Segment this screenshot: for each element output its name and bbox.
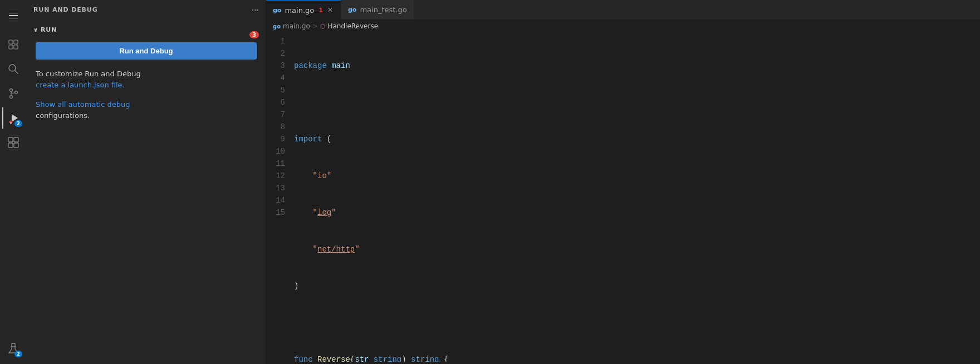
tab-main-go-badge: 1: [318, 7, 323, 14]
svg-text:⚙: ⚙: [10, 121, 13, 125]
run-section-label: RUN: [41, 26, 57, 33]
run-section-header[interactable]: ∨ RUN: [27, 24, 266, 36]
run-debug-badge: 2: [14, 120, 22, 127]
run-debug-button[interactable]: Run and Debug: [36, 42, 257, 60]
create-launch-json-link[interactable]: create a launch.json file.: [36, 81, 125, 89]
tab-close-main-go[interactable]: ✕: [326, 5, 334, 15]
code-line-7: ): [294, 280, 980, 292]
breadcrumb-file: main.go: [283, 22, 310, 30]
breadcrumb-symbol-icon: ⬡: [320, 23, 326, 30]
customize-text: To customize Run and Debug create a laun…: [27, 66, 266, 92]
svg-line-5: [15, 71, 18, 73]
go-test-file-icon: go: [348, 6, 356, 13]
tab-main-test-go-label: main_test.go: [360, 6, 406, 14]
tab-main-go-label: main.go: [285, 6, 314, 14]
svg-rect-14: [14, 137, 18, 142]
svg-point-4: [9, 65, 16, 71]
menu-icon[interactable]: [2, 4, 24, 27]
show-auto-debug-link[interactable]: Show all automatic debug: [36, 100, 130, 109]
svg-rect-2: [9, 45, 13, 49]
code-editor[interactable]: 1 2 3 4 5 6 7 8 9 10 11 12 13 14 15 pack…: [266, 33, 980, 364]
auto-debug-text: Show all automatic debug configurations.: [27, 92, 266, 123]
code-line-8: [294, 317, 980, 329]
svg-rect-3: [14, 45, 18, 49]
code-content[interactable]: package main import ( "io" "log" "net/ht…: [294, 35, 980, 362]
breadcrumb: go main.go > ⬡ HandleReverse: [266, 19, 980, 33]
test-badge: 2: [14, 351, 22, 357]
code-line-4: "io": [294, 170, 980, 182]
breadcrumb-symbol: HandleReverse: [327, 22, 378, 30]
activity-bar: ⚙ 2 2: [0, 0, 27, 364]
svg-rect-15: [8, 143, 13, 147]
search-icon[interactable]: [2, 58, 24, 80]
svg-point-8: [15, 91, 18, 94]
test-icon[interactable]: 2: [2, 337, 24, 360]
svg-point-6: [10, 89, 13, 92]
code-line-3: import (: [294, 133, 980, 145]
line-numbers: 1 2 3 4 5 6 7 8 9 10 11 12 13 14 15: [266, 35, 294, 362]
sidebar-title: RUN AND DEBUG: [33, 6, 98, 13]
run-button-wrapper: Run and Debug 3: [27, 36, 266, 66]
code-line-5: "log": [294, 206, 980, 219]
source-control-icon[interactable]: [2, 82, 24, 105]
svg-rect-16: [14, 143, 18, 147]
run-section-chevron: ∨: [33, 27, 38, 33]
sidebar: RUN AND DEBUG ··· ∨ RUN Run and Debug 3 …: [27, 0, 266, 364]
breadcrumb-separator: >: [312, 22, 318, 30]
code-line-6: "net/http": [294, 243, 980, 255]
customize-text-label: To customize Run and Debug: [36, 70, 141, 78]
auto-debug-suffix: configurations.: [36, 111, 90, 120]
sidebar-content: ∨ RUN Run and Debug 3 To customize Run a…: [27, 19, 266, 364]
editor-area: go main.go 1 ✕ go main_test.go go main.g…: [266, 0, 980, 364]
breadcrumb-file-icon: go: [273, 23, 281, 29]
sidebar-more-actions[interactable]: ···: [252, 6, 259, 14]
code-line-2: [294, 96, 980, 109]
code-line-9: func Reverse(str string) string {: [294, 353, 980, 362]
tab-main-go[interactable]: go main.go 1 ✕: [266, 0, 341, 19]
code-line-1: package main: [294, 60, 980, 72]
tabs-bar: go main.go 1 ✕ go main_test.go: [266, 0, 980, 19]
svg-rect-13: [8, 137, 13, 142]
run-button-badge: 3: [249, 31, 259, 38]
sidebar-header: RUN AND DEBUG ···: [27, 0, 266, 19]
svg-rect-0: [9, 40, 13, 44]
extensions-icon[interactable]: [2, 131, 24, 154]
hamburger-menu[interactable]: [3, 7, 23, 24]
run-debug-icon[interactable]: ⚙ 2: [2, 107, 24, 129]
svg-rect-1: [14, 40, 18, 44]
tab-main-test-go[interactable]: go main_test.go: [341, 0, 414, 19]
svg-point-7: [10, 96, 13, 99]
explorer-icon[interactable]: [2, 33, 24, 56]
go-file-icon: go: [273, 7, 281, 14]
